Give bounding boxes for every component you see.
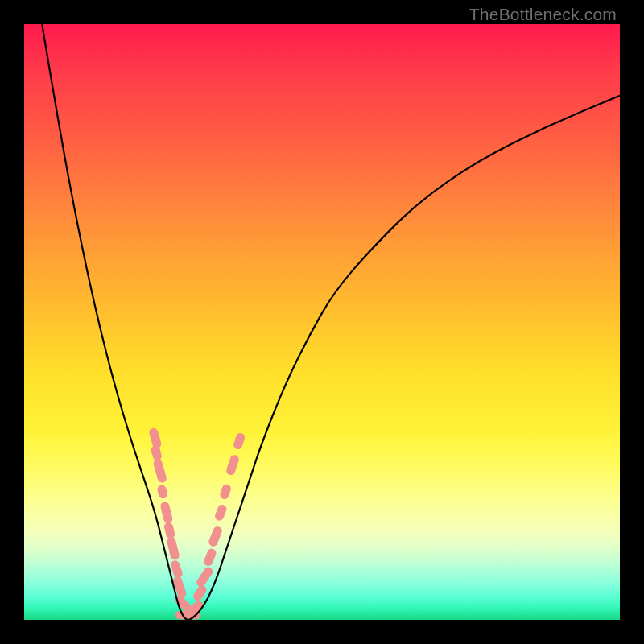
curve-marker xyxy=(195,565,214,588)
curve-layer xyxy=(24,24,620,620)
curve-marker xyxy=(225,454,240,477)
curve-marker xyxy=(163,522,176,539)
curve-marker xyxy=(233,432,246,451)
curve-marker xyxy=(203,547,217,568)
curve-marker xyxy=(208,526,224,548)
watermark-text: TheBottleneck.com xyxy=(469,5,617,24)
marker-cluster xyxy=(148,427,246,620)
bottleneck-curve xyxy=(42,24,620,620)
curve-marker xyxy=(159,501,173,524)
curve-marker xyxy=(166,536,180,561)
curve-marker xyxy=(150,444,163,461)
chart-frame: TheBottleneck.com xyxy=(0,0,644,644)
curve-marker xyxy=(156,484,168,499)
curve-marker xyxy=(219,483,232,500)
curve-marker xyxy=(152,458,167,484)
curve-marker xyxy=(213,503,228,522)
